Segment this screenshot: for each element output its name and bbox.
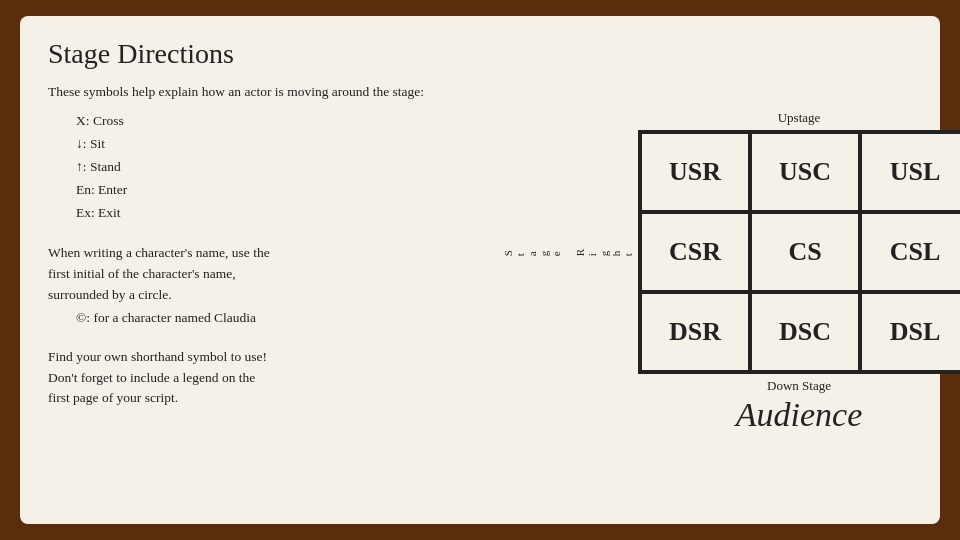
stage-wrapper: StageRight USR USC USL CSR CS CSL DSR DS… [498, 130, 960, 374]
audience-label: Audience [736, 396, 863, 434]
left-panel: Stage Directions These symbols help expl… [48, 38, 478, 506]
cell-csl: CSL [860, 212, 960, 292]
stage-grid: USR USC USL CSR CS CSL DSR DSC DSL [638, 130, 960, 374]
find-note: Find your own shorthand symbol to use! D… [48, 347, 478, 410]
cell-csr: CSR [640, 212, 750, 292]
downstage-label: Down Stage [767, 378, 831, 394]
cell-usc: USC [750, 132, 860, 212]
symbols-list: X: Cross ↓: Sit ↑: Stand En: Enter Ex: E… [76, 110, 478, 225]
symbol-stand: ↑: Stand [76, 156, 478, 179]
symbol-sit: ↓: Sit [76, 133, 478, 156]
character-note: When writing a character's name, use the… [48, 243, 478, 329]
cell-usl: USL [860, 132, 960, 212]
description-text: These symbols help explain how an actor … [48, 82, 478, 102]
main-card: Stage Directions These symbols help expl… [20, 16, 940, 524]
cell-cs: CS [750, 212, 860, 292]
circle-example: ©: for a character named Claudia [76, 308, 478, 329]
symbol-exit: Ex: Exit [76, 202, 478, 225]
cell-usr: USR [640, 132, 750, 212]
upstage-label: Upstage [778, 110, 821, 126]
cell-dsr: DSR [640, 292, 750, 372]
stage-right-label: StageRight [498, 243, 638, 260]
symbol-enter: En: Enter [76, 179, 478, 202]
page-title: Stage Directions [48, 38, 478, 70]
right-panel: Upstage StageRight USR USC USL CSR CS CS… [498, 38, 960, 506]
cell-dsc: DSC [750, 292, 860, 372]
symbol-cross: X: Cross [76, 110, 478, 133]
cell-dsl: DSL [860, 292, 960, 372]
